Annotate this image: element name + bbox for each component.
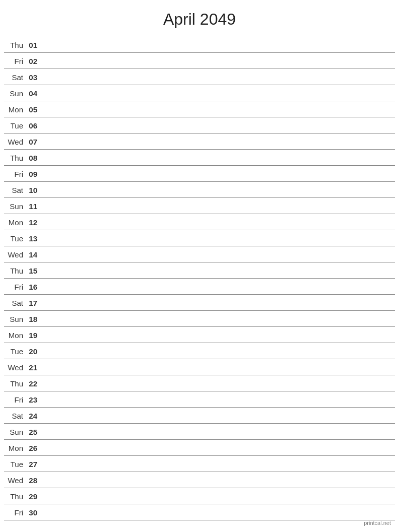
calendar-row: Sun11 bbox=[4, 198, 395, 214]
calendar-row: Mon05 bbox=[4, 101, 395, 117]
day-name: Fri bbox=[4, 395, 25, 405]
day-name: Sun bbox=[4, 89, 25, 99]
calendar-row: Thu22 bbox=[4, 375, 395, 391]
day-name: Wed bbox=[4, 250, 25, 260]
calendar-row: Tue27 bbox=[4, 456, 395, 472]
day-number: 06 bbox=[25, 121, 41, 131]
calendar-row: Thu01 bbox=[4, 37, 395, 53]
calendar-row: Sun04 bbox=[4, 85, 395, 101]
day-name: Thu bbox=[4, 492, 25, 502]
day-number: 03 bbox=[25, 73, 41, 83]
calendar-row: Sun18 bbox=[4, 311, 395, 327]
day-number: 22 bbox=[25, 379, 41, 389]
day-name: Sun bbox=[4, 315, 25, 324]
day-name: Tue bbox=[4, 234, 25, 244]
day-name: Fri bbox=[4, 170, 25, 179]
day-name: Thu bbox=[4, 41, 25, 50]
calendar-row: Sat17 bbox=[4, 295, 395, 311]
day-name: Tue bbox=[4, 460, 25, 470]
day-number: 07 bbox=[25, 138, 41, 147]
calendar-row: Wed28 bbox=[4, 472, 395, 488]
day-name: Sat bbox=[4, 299, 25, 308]
day-number: 13 bbox=[25, 234, 41, 244]
day-number: 26 bbox=[25, 444, 41, 453]
calendar-row: Sat10 bbox=[4, 182, 395, 198]
day-number: 11 bbox=[25, 202, 41, 212]
day-number: 01 bbox=[25, 41, 41, 50]
calendar-row: Mon12 bbox=[4, 214, 395, 230]
day-number: 14 bbox=[25, 250, 41, 260]
day-number: 17 bbox=[25, 299, 41, 308]
calendar-row: Sat24 bbox=[4, 408, 395, 424]
day-name: Thu bbox=[4, 154, 25, 163]
day-name: Sun bbox=[4, 428, 25, 437]
day-number: 09 bbox=[25, 170, 41, 179]
day-number: 27 bbox=[25, 460, 41, 470]
calendar-row: Wed14 bbox=[4, 246, 395, 262]
day-number: 08 bbox=[25, 154, 41, 163]
day-number: 20 bbox=[25, 347, 41, 357]
day-name: Sun bbox=[4, 202, 25, 212]
calendar-row: Thu29 bbox=[4, 488, 395, 504]
day-number: 21 bbox=[25, 363, 41, 373]
calendar-row: Thu08 bbox=[4, 150, 395, 166]
day-name: Tue bbox=[4, 347, 25, 357]
day-number: 23 bbox=[25, 395, 41, 405]
day-name: Mon bbox=[4, 218, 25, 228]
day-number: 12 bbox=[25, 218, 41, 228]
day-number: 30 bbox=[25, 508, 41, 518]
day-number: 02 bbox=[25, 57, 41, 66]
day-number: 18 bbox=[25, 315, 41, 324]
day-number: 16 bbox=[25, 283, 41, 292]
calendar-row: Tue20 bbox=[4, 343, 395, 359]
day-number: 04 bbox=[25, 89, 41, 99]
day-number: 10 bbox=[25, 186, 41, 195]
day-number: 29 bbox=[25, 492, 41, 502]
calendar-row: Wed07 bbox=[4, 134, 395, 150]
calendar-row: Thu15 bbox=[4, 262, 395, 279]
calendar-list: Thu01Fri02Sat03Sun04Mon05Tue06Wed07Thu08… bbox=[0, 37, 399, 520]
day-name: Mon bbox=[4, 105, 25, 115]
day-name: Fri bbox=[4, 283, 25, 292]
calendar-row: Mon26 bbox=[4, 440, 395, 456]
footer-text: printcal.net bbox=[364, 520, 391, 526]
calendar-row: Tue13 bbox=[4, 230, 395, 246]
calendar-row: Sat03 bbox=[4, 69, 395, 85]
page-title: April 2049 bbox=[0, 0, 399, 37]
calendar-row: Wed21 bbox=[4, 359, 395, 375]
day-name: Tue bbox=[4, 121, 25, 131]
day-number: 05 bbox=[25, 105, 41, 115]
calendar-row: Fri30 bbox=[4, 504, 395, 520]
day-name: Thu bbox=[4, 379, 25, 389]
day-name: Mon bbox=[4, 331, 25, 341]
day-name: Sat bbox=[4, 186, 25, 195]
day-number: 24 bbox=[25, 412, 41, 421]
calendar-row: Mon19 bbox=[4, 327, 395, 343]
calendar-row: Sun25 bbox=[4, 424, 395, 440]
day-name: Thu bbox=[4, 267, 25, 276]
day-name: Fri bbox=[4, 508, 25, 518]
day-name: Wed bbox=[4, 138, 25, 147]
day-number: 25 bbox=[25, 428, 41, 437]
day-name: Wed bbox=[4, 363, 25, 373]
day-number: 19 bbox=[25, 331, 41, 341]
day-name: Wed bbox=[4, 476, 25, 486]
day-name: Sat bbox=[4, 412, 25, 421]
day-number: 28 bbox=[25, 476, 41, 486]
calendar-row: Fri16 bbox=[4, 279, 395, 295]
day-name: Sat bbox=[4, 73, 25, 83]
calendar-row: Fri09 bbox=[4, 166, 395, 182]
day-name: Fri bbox=[4, 57, 25, 66]
day-number: 15 bbox=[25, 267, 41, 276]
calendar-row: Fri02 bbox=[4, 53, 395, 69]
calendar-row: Tue06 bbox=[4, 117, 395, 134]
calendar-row: Fri23 bbox=[4, 391, 395, 408]
day-name: Mon bbox=[4, 444, 25, 453]
